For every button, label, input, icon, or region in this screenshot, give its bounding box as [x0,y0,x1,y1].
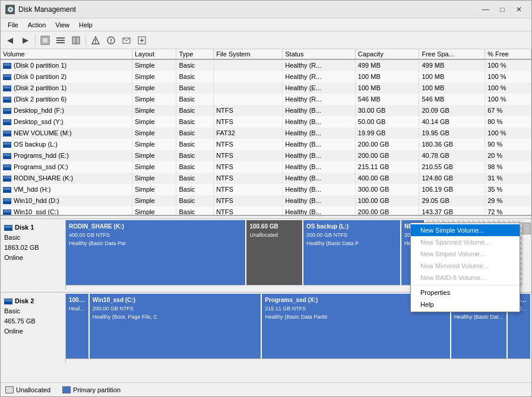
cell-fs: NTFS [214,207,283,216]
cell-fs: NTFS [214,184,283,195]
cell-volume: (Disk 0 partition 1) [1,59,132,71]
ctx-item-6[interactable]: Properties [411,287,520,298]
cell-volume: Desktop_ssd (Y:) [1,116,132,128]
context-menu: New Simple Volume...New Spanned Volume..… [410,223,520,312]
col-free[interactable]: Free Spa... [419,49,485,59]
minimize-button[interactable]: — [478,4,493,15]
cell-volume: Desktop_hdd (F:) [1,105,132,116]
disk-segment[interactable]: RODIN_SHARE (K:) 400.00 GB NTFS Healthy … [66,220,246,285]
table-row[interactable]: (Disk 0 partition 2) Simple Basic Health… [1,71,531,82]
disk-type: Basic [4,233,62,243]
col-fs[interactable]: File System [214,49,283,59]
menu-action[interactable]: Action [23,20,51,30]
cell-type: Basic [176,128,214,139]
legend-primary-label: Primary partition [73,386,121,393]
cell-status: Healthy (B... [283,207,356,216]
col-volume[interactable]: Volume [1,49,132,59]
toolbar-btn-4[interactable] [88,33,103,47]
toolbar-forward[interactable]: ▶ [18,33,33,47]
seg-label: 100 MB [69,296,86,304]
col-pct[interactable]: % Free [485,49,531,59]
table-row[interactable]: Win10_hdd (D:) Simple Basic NTFS Healthy… [1,195,531,207]
cell-status: Healthy (B... [283,105,356,116]
disk-status: Online [4,326,62,336]
toolbar-btn-3[interactable] [69,33,83,47]
seg-detail: 200.00 GB NTFS [93,304,258,313]
disk-name: Disk 1 [4,223,62,233]
table-row[interactable]: Programs_ssd (X:) Simple Basic NTFS Heal… [1,161,531,173]
cell-type: Basic [176,184,214,195]
disk-name: Disk 2 [4,296,62,306]
col-type[interactable]: Type [176,49,214,59]
cell-capacity: 400.00 GB [355,173,419,184]
cell-volume: Win10_hdd (D:) [1,195,132,207]
volume-table: Volume Layout Type File System Status Ca… [1,49,531,216]
disk-segment[interactable]: Win10_ssd (C:) 200.00 GB NTFS Healthy (B… [90,294,262,359]
table-row[interactable]: (Disk 2 partition 1) Simple Basic Health… [1,82,531,94]
menu-help[interactable]: Help [74,20,97,30]
cell-type: Basic [176,161,214,173]
cell-free: 499 MB [419,59,485,71]
table-row[interactable]: VM_hdd (H:) Simple Basic NTFS Healthy (B… [1,184,531,195]
table-row[interactable]: Desktop_ssd (Y:) Simple Basic NTFS Healt… [1,116,531,128]
disk-segment[interactable]: OS backup (L:) 200.00 GB NTFS Healthy (B… [303,220,401,285]
close-button[interactable]: ✕ [511,4,527,15]
toolbar-btn-2[interactable] [53,33,68,47]
menu-view[interactable]: View [50,20,74,30]
disk-type: Basic [4,306,62,316]
cell-layout: Simple [132,128,176,139]
cell-fs: NTFS [214,195,283,207]
cell-fs [214,59,283,71]
seg-detail: Unallocated [249,231,299,239]
scroll-track[interactable] [522,220,531,285]
status-bar: Unallocated Primary partition [1,382,531,396]
table-row[interactable]: (Disk 2 partition 6) Simple Basic Health… [1,94,531,105]
table-row[interactable]: Win10_ssd (C:) Simple Basic NTFS Healthy… [1,207,531,216]
menu-file[interactable]: File [3,20,23,30]
cell-free: 546 MB [419,94,485,105]
title-bar: 💿 Disk Management — □ ✕ [1,1,531,18]
ctx-item-7[interactable]: Help [411,298,520,310]
cell-capacity: 100 MB [355,82,419,94]
cell-status: Healthy (R... [283,71,356,82]
ctx-item-0[interactable]: New Simple Volume... [411,224,520,236]
toolbar-back[interactable]: ◀ [3,33,17,47]
seg-sub: Healthy (Basic Data P [306,239,397,247]
svg-rect-4 [56,42,65,43]
volume-table-area[interactable]: Volume Layout Type File System Status Ca… [1,49,531,216]
toolbar-btn-7[interactable] [135,33,149,47]
cell-type: Basic [176,207,214,216]
toolbar-btn-1[interactable] [38,33,52,47]
seg-detail: 200.00 GB NTFS [306,231,397,239]
scroll-thumb[interactable] [522,223,531,234]
table-row[interactable]: RODIN_SHARE (K:) Simple Basic NTFS Healt… [1,173,531,184]
maximize-button[interactable]: □ [495,4,510,15]
table-row[interactable]: OS backup (L:) Simple Basic NTFS Healthy… [1,139,531,150]
table-row[interactable]: Desktop_hdd (F:) Simple Basic NTFS Healt… [1,105,531,116]
disk-segment[interactable]: 100.60 GB Unallocated [246,220,303,285]
cell-volume: (Disk 2 partition 1) [1,82,132,94]
cell-type: Basic [176,94,214,105]
svg-rect-2 [56,37,65,39]
toolbar-btn-6[interactable] [119,33,134,47]
col-status[interactable]: Status [283,49,356,59]
col-capacity[interactable]: Capacity [355,49,419,59]
cell-status: Healthy (B... [283,184,356,195]
cell-layout: Simple [132,116,176,128]
cell-layout: Simple [132,195,176,207]
menu-bar: File Action View Help [1,18,531,31]
cell-free: 20.09 GB [419,105,485,116]
cell-volume: (Disk 2 partition 6) [1,94,132,105]
col-layout[interactable]: Layout [132,49,176,59]
table-row[interactable]: Programs_hdd (E:) Simple Basic NTFS Heal… [1,150,531,161]
cell-status: Healthy (B... [283,128,356,139]
ctx-item-3: New Mirrored Volume... [411,260,520,272]
cell-status: Healthy (B... [283,195,356,207]
table-row[interactable]: NEW VOLUME (M:) Simple Basic FAT32 Healt… [1,128,531,139]
disk-segment[interactable]: 100 MB Healthy [66,294,90,359]
table-row[interactable]: (Disk 0 partition 1) Simple Basic Health… [1,59,531,71]
legend-unalloc-label: Unallocated [16,386,50,393]
toolbar-btn-5[interactable] [104,33,118,47]
cell-free: 40.78 GB [419,150,485,161]
cell-fs [214,94,283,105]
